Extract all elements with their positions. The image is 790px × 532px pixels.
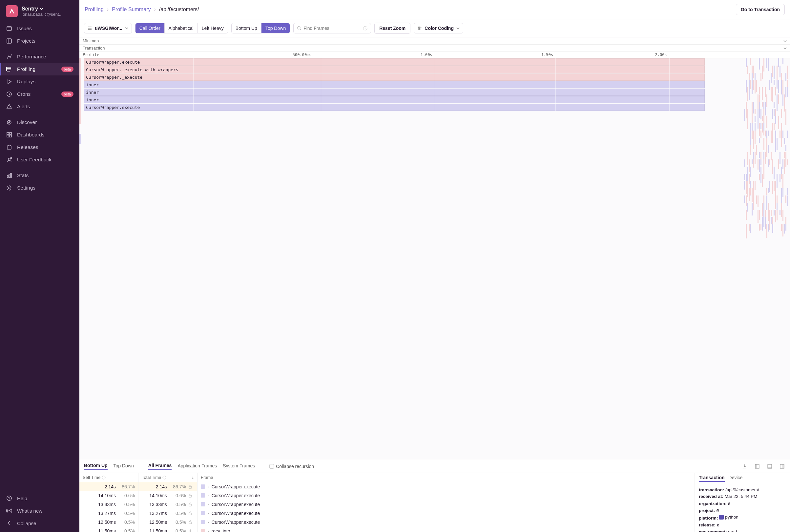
org-switcher[interactable]: Sentry [22,6,63,12]
segment-left-heavy[interactable]: Left Heavy [198,23,228,33]
transaction-section[interactable]: Transaction [79,44,790,52]
flame-bar[interactable]: CursorWrapper._execute [84,74,705,81]
sidebar-item-replays[interactable]: Replays [0,75,79,88]
sort-order-group: Call OrderAlphabeticalLeft Heavy [135,23,228,34]
sidebar-item-stats[interactable]: Stats [0,169,79,182]
chevron-right-icon[interactable]: › [208,485,209,489]
tab-top-down[interactable]: Top Down [114,463,134,470]
flamegraph[interactable]: CursorWrapper.executeCursorWrapper._exec… [79,58,790,460]
sidebar-item-issues[interactable]: Issues [0,22,79,35]
sidebar-item-dashboards[interactable]: Dashboards [0,129,79,141]
segment-bottom-up[interactable]: Bottom Up [232,23,262,33]
chevron-right-icon[interactable]: › [208,511,209,515]
table-row[interactable]: ›CursorWrapper.execute [198,517,695,527]
chevron-right-icon[interactable]: › [208,494,209,497]
table-row[interactable]: 13.27ms0.5% [138,509,197,517]
sidebar-item-label: User Feedback [17,157,74,163]
chevron-right-icon[interactable]: › [208,502,209,507]
sidebar-item-user-feedback[interactable]: User Feedback [0,153,79,166]
tab-application-frames[interactable]: Application Frames [177,463,217,470]
svg-rect-13 [7,175,8,177]
svg-marker-2 [8,80,11,84]
sidebar-footer-what-s-new[interactable]: What's new [0,505,79,517]
issues-icon [6,25,13,32]
sidebar-item-crons[interactable]: Cronsbeta [0,88,79,100]
segment-call-order[interactable]: Call Order [135,23,165,33]
table-row[interactable]: 11.50ms0.5% [79,527,138,532]
reset-zoom-button[interactable]: Reset Zoom [374,23,410,34]
tab-all-frames[interactable]: All Frames [148,463,172,470]
table-row[interactable]: ›CursorWrapper.execute [198,482,695,491]
svg-point-33 [163,476,166,479]
breadcrumb-item[interactable]: Profile Summary [112,6,151,13]
table-row[interactable]: ›CursorWrapper.execute [198,500,695,509]
topbar: Profiling›Profile Summary›/api/0/custome… [79,0,790,19]
flame-bar[interactable]: CursorWrapper.execute [84,58,705,65]
info-icon: i [363,26,368,31]
chevron-right-icon[interactable]: › [208,529,209,532]
flame-bar[interactable]: CursorWrapper._execute_with_wrappers [84,66,705,73]
table-row[interactable]: 12.50ms0.5% [79,517,138,527]
detail-column: TransactionDevice transaction: /api/0/cu… [695,473,790,532]
go-to-transaction-button[interactable]: Go to Transaction [736,4,785,15]
table-row[interactable]: 11.50ms0.5% [138,527,197,532]
sidebar-item-settings[interactable]: Settings [0,182,79,194]
chevron-down-icon[interactable] [784,39,787,43]
chevron-right-icon[interactable]: › [208,520,209,524]
table-row[interactable]: ›CursorWrapper.execute [198,509,695,517]
table-row[interactable]: 13.33ms0.5% [138,500,197,509]
svg-rect-35 [189,495,192,497]
breadcrumb-item[interactable]: Profiling [84,6,104,13]
color-coding-selector[interactable]: Color Coding [414,23,463,34]
sidebar-header[interactable]: Sentry jonas.badalic@sent... [0,0,79,22]
sidebar-item-label: Alerts [17,103,74,110]
flame-bar[interactable]: inner [84,89,705,96]
layout-bottom-icon[interactable] [766,463,773,470]
minimap-section[interactable]: Minimap [79,37,790,44]
table-row[interactable]: 12.50ms0.5% [138,517,197,527]
sidebar-item-discover[interactable]: Discover [0,116,79,129]
layout-right-icon[interactable] [779,463,785,470]
layout-left-icon[interactable] [754,463,760,470]
color-swatch [201,511,205,515]
sidebar-footer-collapse[interactable]: Collapse [0,517,79,529]
segment-top-down[interactable]: Top Down [262,23,290,33]
sidebar-item-releases[interactable]: Releases [0,141,79,153]
svg-rect-14 [9,174,10,177]
sidebar-item-profiling[interactable]: Profilingbeta [0,63,79,75]
search-input[interactable]: i [293,23,371,34]
sidebar-footer-help[interactable]: Help [0,492,79,505]
flame-bar[interactable]: inner [84,96,705,103]
table-row[interactable]: 13.33ms0.5% [79,500,138,509]
tab-device[interactable]: Device [729,475,743,482]
flame-bar[interactable]: inner [84,81,705,88]
sidebar-item-alerts[interactable]: Alerts [0,100,79,113]
user-email: jonas.badalic@sent... [22,12,63,17]
sidebar-item-projects[interactable]: Projects [0,35,79,47]
table-row[interactable]: ›recv_into [198,527,695,532]
svg-point-23 [418,27,419,28]
sidebar-item-performance[interactable]: Performance [0,51,79,63]
table-row[interactable]: 14.10ms0.6% [79,491,138,500]
tab-transaction[interactable]: Transaction [699,475,725,482]
tab-system-frames[interactable]: System Frames [223,463,255,470]
table-row[interactable]: 13.27ms0.5% [79,509,138,517]
segment-alphabetical[interactable]: Alphabetical [165,23,198,33]
profile-ruler: Profile 500.00ms 1.00s 1.50s 2.00s [79,52,790,58]
flame-bar[interactable]: CursorWrapper.execute [84,103,705,111]
collapse-recursion-checkbox[interactable]: Collapse recursion [269,464,314,469]
table-row[interactable]: 2.14s86.7% [138,482,197,491]
thread-selector[interactable]: uWSGIWor... [84,23,132,34]
tab-bottom-up[interactable]: Bottom Up [84,463,108,470]
table-row[interactable]: 2.14s86.7% [79,482,138,491]
table-row[interactable]: ›CursorWrapper.execute [198,491,695,500]
sort-descending-icon[interactable]: ↓ [192,475,194,480]
chevron-down-icon[interactable] [784,46,787,50]
lock-icon [188,511,194,516]
download-icon[interactable] [741,463,748,470]
svg-rect-9 [10,135,12,137]
settings-icon [6,185,13,191]
projects-icon [6,38,13,44]
svg-rect-8 [7,135,9,137]
table-row[interactable]: 14.10ms0.6% [138,491,197,500]
